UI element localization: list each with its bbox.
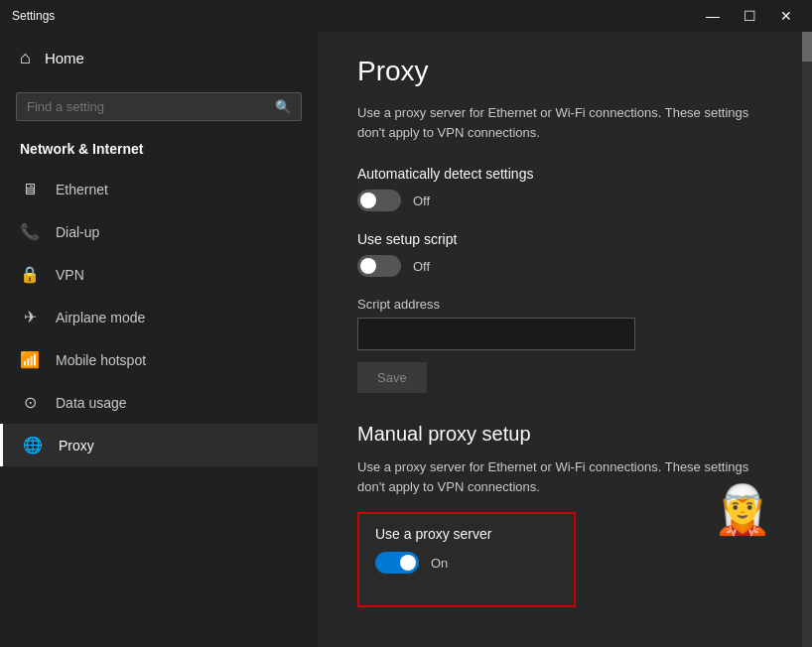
- use-proxy-box: Use a proxy server On: [357, 512, 576, 607]
- use-proxy-row: On: [375, 552, 558, 574]
- auto-detect-knob: [360, 193, 376, 208]
- sidebar-item-data[interactable]: ⊙ Data usage: [0, 381, 318, 424]
- page-title: Proxy: [357, 56, 772, 87]
- setup-script-row: Off: [357, 255, 772, 277]
- sidebar: ⌂ Home 🔍 Network & Internet 🖥 Ethernet 📞…: [0, 32, 318, 647]
- scrollbar-thumb[interactable]: [802, 32, 812, 62]
- section-label: Network & Internet: [0, 133, 318, 169]
- setup-script-toggle[interactable]: [357, 255, 401, 277]
- app-title: Settings: [12, 9, 55, 23]
- sidebar-item-label: Airplane mode: [56, 310, 145, 325]
- auto-detect-status: Off: [413, 194, 430, 208]
- airplane-icon: ✈: [20, 308, 40, 326]
- maximize-button[interactable]: ☐: [736, 6, 764, 26]
- content-area: Proxy Use a proxy server for Ethernet or…: [318, 32, 812, 647]
- watermark: 🧝: [713, 482, 782, 552]
- sidebar-item-hotspot[interactable]: 📶 Mobile hotspot: [0, 338, 318, 381]
- search-box: 🔍: [16, 92, 302, 121]
- save-button[interactable]: Save: [357, 362, 427, 393]
- setup-script-label: Use setup script: [357, 231, 772, 247]
- hotspot-icon: 📶: [20, 350, 40, 369]
- manual-section-description: Use a proxy server for Ethernet or Wi-Fi…: [357, 457, 772, 496]
- window-controls: — ☐ ✕: [698, 6, 800, 26]
- title-bar: Settings — ☐ ✕: [0, 0, 812, 32]
- sidebar-item-label: Data usage: [56, 395, 127, 411]
- use-proxy-status: On: [431, 556, 448, 571]
- close-button[interactable]: ✕: [772, 6, 800, 26]
- auto-detect-toggle[interactable]: [357, 190, 401, 211]
- home-icon: ⌂: [20, 48, 31, 68]
- vpn-icon: 🔒: [20, 265, 40, 284]
- search-input[interactable]: [27, 99, 267, 114]
- use-proxy-knob: [400, 555, 416, 571]
- use-proxy-toggle[interactable]: [375, 552, 419, 574]
- home-label: Home: [45, 50, 84, 66]
- setup-script-status: Off: [413, 259, 430, 274]
- ethernet-icon: 🖥: [20, 181, 40, 198]
- manual-section-title: Manual proxy setup: [357, 423, 772, 446]
- home-nav-item[interactable]: ⌂ Home: [0, 32, 318, 84]
- sidebar-item-airplane[interactable]: ✈ Airplane mode: [0, 296, 318, 338]
- search-icon: 🔍: [275, 99, 291, 114]
- setup-script-knob: [360, 258, 376, 274]
- sidebar-item-label: Mobile hotspot: [56, 352, 146, 368]
- character-illustration: 🧝: [713, 483, 772, 536]
- auto-detect-label: Automatically detect settings: [357, 166, 772, 182]
- dialup-icon: 📞: [20, 222, 40, 241]
- search-container: 🔍: [0, 84, 318, 133]
- sidebar-item-label: Ethernet: [56, 182, 108, 197]
- app-body: ⌂ Home 🔍 Network & Internet 🖥 Ethernet 📞…: [0, 32, 812, 647]
- sidebar-item-dialup[interactable]: 📞 Dial-up: [0, 210, 318, 253]
- sidebar-item-label: Proxy: [59, 438, 94, 453]
- sidebar-item-proxy[interactable]: 🌐 Proxy: [0, 424, 318, 466]
- sidebar-item-label: Dial-up: [56, 224, 99, 240]
- use-proxy-label: Use a proxy server: [375, 526, 558, 542]
- script-address-input[interactable]: [357, 318, 635, 350]
- sidebar-item-ethernet[interactable]: 🖥 Ethernet: [0, 169, 318, 210]
- sidebar-item-vpn[interactable]: 🔒 VPN: [0, 253, 318, 296]
- minimize-button[interactable]: —: [698, 6, 728, 26]
- data-icon: ⊙: [20, 393, 40, 412]
- script-address-label: Script address: [357, 297, 772, 312]
- proxy-icon: 🌐: [23, 436, 43, 454]
- page-description: Use a proxy server for Ethernet or Wi-Fi…: [357, 103, 772, 142]
- auto-detect-row: Off: [357, 190, 772, 211]
- sidebar-item-label: VPN: [56, 267, 84, 283]
- scrollbar-track[interactable]: [802, 32, 812, 647]
